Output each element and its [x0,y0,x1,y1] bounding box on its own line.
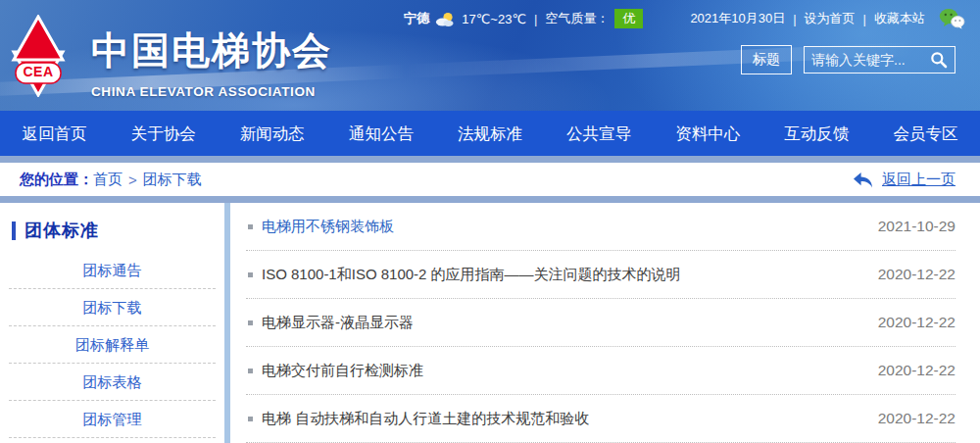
breadcrumb: 您的位置： 首页 > 团标下载 返回上一页 [0,163,980,196]
sidebar-item-management[interactable]: 团标管理 [9,401,216,438]
sidebar-item-forms[interactable]: 团标表格 [9,364,216,401]
nav-item-regulations[interactable]: 法规标准 [435,111,544,156]
document-list: 电梯用不锈钢装饰板 2021-10-29 ISO 8100-1和ISO 8100… [230,203,980,443]
sidebar-menu: 团标通告 团标下载 团标解释单 团标表格 团标管理 [0,252,224,438]
sidebar-item-interpretations[interactable]: 团标解释单 [9,326,216,364]
nav-item-advocacy[interactable]: 公共宣导 [545,111,654,156]
site-header: CEA 中国电梯协会 CHINA ELEVATOR ASSOCIATION 宁德… [0,0,980,111]
search-box [804,46,956,74]
favorite-link[interactable]: 收藏本站 [874,10,925,27]
nav-item-notices[interactable]: 通知公告 [326,111,435,156]
sidebar-item-downloads[interactable]: 团标下载 [9,289,216,326]
content-area: 团体标准 团标通告 团标下载 团标解释单 团标表格 团标管理 电梯用不锈钢装饰板… [0,203,980,443]
nav-item-feedback[interactable]: 互动反馈 [762,111,871,156]
bullet-icon [248,417,253,421]
search-icon [930,51,948,69]
document-date: 2021-10-29 [878,218,956,235]
list-item: 电梯 自动扶梯和自动人行道土建的技术规范和验收 2020-12-22 [246,395,956,443]
document-date: 2020-12-22 [878,362,956,379]
sidebar-item-notices[interactable]: 团标通告 [9,252,216,289]
topbar-links: 2021年10月30日 | 设为首页 | 收藏本站 [690,10,925,27]
current-date: 2021年10月30日 [690,10,785,27]
breadcrumb-separator: > [128,172,137,188]
sun-cloud-icon [434,11,456,27]
back-arrow-icon[interactable] [852,171,874,189]
bullet-icon [248,320,253,325]
search-submit-button[interactable] [930,51,948,69]
bullet-icon [248,369,253,373]
wechat-icon[interactable] [939,8,965,29]
page: CEA 中国电梯协会 CHINA ELEVATOR ASSOCIATION 宁德… [0,0,980,443]
star-logo-icon [10,15,67,97]
separator: | [534,12,537,26]
nav-item-home[interactable]: 返回首页 [0,111,109,156]
breadcrumb-home-link[interactable]: 首页 [93,171,122,189]
separator: | [863,12,866,26]
set-home-link[interactable]: 设为首页 [805,10,856,27]
sidebar-title-mark [12,222,16,240]
site-subtitle: CHINA ELEVATOR ASSOCIATION [91,84,332,99]
nav-item-news[interactable]: 新闻动态 [218,111,326,156]
header-info-bar: 宁德 17℃~23℃ | 空气质量： 优 2021年10月30日 | 设为首页 … [404,8,965,29]
document-link[interactable]: 电梯 自动扶梯和自动人行道土建的技术规范和验收 [262,410,864,428]
air-quality-badge: 优 [614,9,643,28]
back-group: 返回上一页 [852,171,956,189]
list-item: 电梯用不锈钢装饰板 2021-10-29 [246,203,956,251]
nav-item-members[interactable]: 会员专区 [871,111,980,156]
logo-cea-text: CEA [17,64,60,79]
document-date: 2020-12-22 [878,266,956,283]
cea-logo: CEA [10,15,67,97]
document-date: 2020-12-22 [878,314,956,331]
document-date: 2020-12-22 [878,410,956,427]
nav-item-about[interactable]: 关于协会 [109,111,218,156]
list-item: 电梯显示器-液晶显示器 2020-12-22 [246,299,956,347]
weather-city: 宁德 [404,10,429,27]
weather-temp: 17℃~23℃ [462,12,526,26]
breadcrumb-label: 您的位置： [20,171,93,189]
list-item: ISO 8100-1和ISO 8100-2 的应用指南——关注问题的技术的说明 … [246,251,956,299]
site-title-group: 中国电梯协会 CHINA ELEVATOR ASSOCIATION [91,25,332,99]
list-item: 电梯交付前自行检测标准 2020-12-22 [246,347,956,395]
site-title: 中国电梯协会 [91,25,332,77]
divider-strip-bottom [0,196,980,203]
bullet-icon [248,224,253,229]
back-link[interactable]: 返回上一页 [882,171,956,189]
sidebar-header: 团体标准 [12,219,224,242]
main-nav: 返回首页 关于协会 新闻动态 通知公告 法规标准 公共宣导 资料中心 互动反馈 … [0,111,980,156]
document-link[interactable]: 电梯交付前自行检测标准 [262,362,864,380]
document-link[interactable]: ISO 8100-1和ISO 8100-2 的应用指南——关注问题的技术的说明 [262,266,864,284]
separator: | [793,12,796,26]
sidebar: 团体标准 团标通告 团标下载 团标解释单 团标表格 团标管理 [0,203,224,443]
search-category-button[interactable]: 标题 [741,45,792,74]
document-link[interactable]: 电梯显示器-液晶显示器 [262,314,864,332]
document-link[interactable]: 电梯用不锈钢装饰板 [262,218,864,236]
divider-strip-top [0,156,980,163]
sidebar-title: 团体标准 [24,219,99,242]
breadcrumb-current[interactable]: 团标下载 [143,171,202,189]
nav-item-resources[interactable]: 资料中心 [654,111,762,156]
air-quality-label: 空气质量： [545,10,609,27]
bullet-icon [248,272,253,277]
header-search: 标题 [741,45,956,74]
search-input[interactable] [811,52,930,68]
